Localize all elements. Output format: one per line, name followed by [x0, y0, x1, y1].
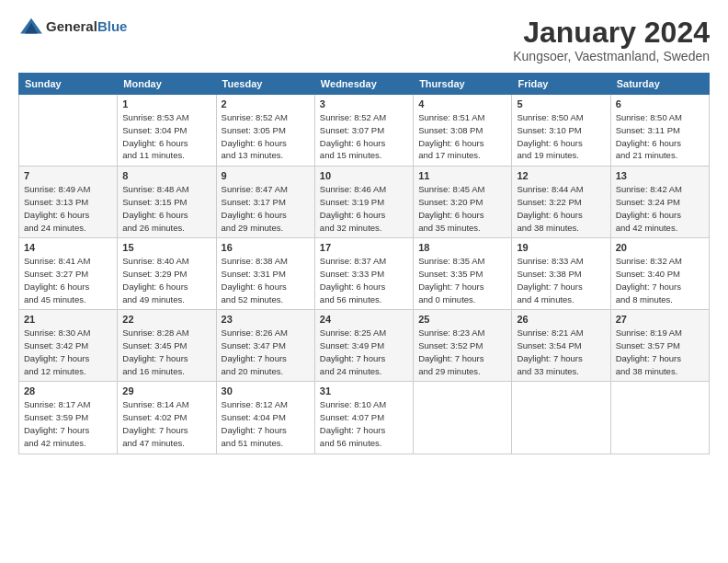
- day-number: 5: [517, 98, 605, 109]
- calendar-week-row: 14 Sunrise: 8:41 AMSunset: 3:27 PMDaylig…: [19, 238, 710, 310]
- day-number: 8: [122, 170, 210, 181]
- table-row: 14 Sunrise: 8:41 AMSunset: 3:27 PMDaylig…: [19, 238, 118, 310]
- day-info: Sunrise: 8:45 AMSunset: 3:20 PMDaylight:…: [418, 183, 506, 234]
- day-info: Sunrise: 8:26 AMSunset: 3:47 PMDaylight:…: [222, 327, 310, 377]
- table-row: 15 Sunrise: 8:40 AMSunset: 3:29 PMDaylig…: [118, 238, 216, 310]
- day-number: 9: [222, 170, 310, 181]
- day-number: 20: [616, 242, 704, 253]
- table-row: 22 Sunrise: 8:28 AMSunset: 3:45 PMDaylig…: [118, 310, 216, 382]
- day-info: Sunrise: 8:52 AMSunset: 3:05 PMDaylight:…: [222, 111, 310, 162]
- day-number: 12: [517, 170, 605, 181]
- day-number: 25: [418, 314, 506, 325]
- table-row: 26 Sunrise: 8:21 AMSunset: 3:54 PMDaylig…: [512, 310, 610, 382]
- table-row: 1 Sunrise: 8:53 AMSunset: 3:04 PMDayligh…: [118, 95, 216, 167]
- day-number: 26: [517, 314, 605, 325]
- day-info: Sunrise: 8:12 AMSunset: 4:04 PMDaylight:…: [222, 398, 310, 449]
- day-number: 27: [616, 314, 704, 325]
- day-number: 23: [222, 314, 310, 325]
- table-row: 10 Sunrise: 8:46 AMSunset: 3:19 PMDaylig…: [314, 167, 413, 238]
- table-row: 8 Sunrise: 8:48 AMSunset: 3:15 PMDayligh…: [118, 167, 216, 238]
- day-info: Sunrise: 8:23 AMSunset: 3:52 PMDaylight:…: [418, 327, 506, 377]
- logo-general: General: [46, 18, 97, 34]
- day-number: 14: [24, 242, 112, 253]
- day-info: Sunrise: 8:40 AMSunset: 3:29 PMDaylight:…: [122, 255, 210, 305]
- day-number: 3: [320, 98, 408, 109]
- month-title: January 2024: [513, 17, 710, 49]
- day-info: Sunrise: 8:47 AMSunset: 3:17 PMDaylight:…: [222, 183, 310, 234]
- table-row: 16 Sunrise: 8:38 AMSunset: 3:31 PMDaylig…: [216, 238, 314, 310]
- day-info: Sunrise: 8:48 AMSunset: 3:15 PMDaylight:…: [122, 183, 210, 234]
- calendar-week-row: 21 Sunrise: 8:30 AMSunset: 3:42 PMDaylig…: [19, 310, 710, 382]
- title-section: January 2024 Kungsoer, Vaestmanland, Swe…: [513, 17, 710, 63]
- table-row: 7 Sunrise: 8:49 AMSunset: 3:13 PMDayligh…: [19, 167, 118, 238]
- table-row: 11 Sunrise: 8:45 AMSunset: 3:20 PMDaylig…: [414, 167, 512, 238]
- day-number: 24: [320, 314, 408, 325]
- table-row: 31 Sunrise: 8:10 AMSunset: 4:07 PMDaylig…: [314, 382, 413, 454]
- table-row: 21 Sunrise: 8:30 AMSunset: 3:42 PMDaylig…: [19, 310, 118, 382]
- day-info: Sunrise: 8:46 AMSunset: 3:19 PMDaylight:…: [320, 183, 408, 234]
- day-info: Sunrise: 8:30 AMSunset: 3:42 PMDaylight:…: [24, 327, 112, 377]
- day-number: 21: [24, 314, 112, 325]
- day-number: 2: [222, 98, 310, 109]
- day-info: Sunrise: 8:44 AMSunset: 3:22 PMDaylight:…: [517, 183, 605, 234]
- table-row: 19 Sunrise: 8:33 AMSunset: 3:38 PMDaylig…: [512, 238, 610, 310]
- table-row: 30 Sunrise: 8:12 AMSunset: 4:04 PMDaylig…: [216, 382, 314, 454]
- day-number: 7: [24, 170, 112, 181]
- day-info: Sunrise: 8:21 AMSunset: 3:54 PMDaylight:…: [517, 327, 605, 377]
- table-row: 25 Sunrise: 8:23 AMSunset: 3:52 PMDaylig…: [414, 310, 512, 382]
- day-info: Sunrise: 8:42 AMSunset: 3:24 PMDaylight:…: [616, 183, 704, 234]
- calendar-page: GeneralBlue January 2024 Kungsoer, Vaest…: [0, 0, 728, 563]
- day-number: 10: [320, 170, 408, 181]
- header-monday: Monday: [118, 74, 216, 95]
- weekday-header-row: Sunday Monday Tuesday Wednesday Thursday…: [19, 74, 710, 95]
- table-row: [610, 382, 709, 454]
- day-info: Sunrise: 8:10 AMSunset: 4:07 PMDaylight:…: [320, 398, 408, 449]
- table-row: 18 Sunrise: 8:35 AMSunset: 3:35 PMDaylig…: [414, 238, 512, 310]
- day-number: 28: [24, 385, 112, 396]
- table-row: [414, 382, 512, 454]
- day-info: Sunrise: 8:14 AMSunset: 4:02 PMDaylight:…: [122, 398, 210, 449]
- day-number: 1: [122, 98, 210, 109]
- day-info: Sunrise: 8:38 AMSunset: 3:31 PMDaylight:…: [222, 255, 310, 305]
- day-number: 18: [418, 242, 506, 253]
- table-row: 9 Sunrise: 8:47 AMSunset: 3:17 PMDayligh…: [216, 167, 314, 238]
- logo: GeneralBlue: [18, 17, 127, 37]
- table-row: 6 Sunrise: 8:50 AMSunset: 3:11 PMDayligh…: [610, 95, 709, 167]
- table-row: 28 Sunrise: 8:17 AMSunset: 3:59 PMDaylig…: [19, 382, 118, 454]
- day-number: 17: [320, 242, 408, 253]
- page-header: GeneralBlue January 2024 Kungsoer, Vaest…: [18, 17, 710, 63]
- table-row: 20 Sunrise: 8:32 AMSunset: 3:40 PMDaylig…: [610, 238, 709, 310]
- day-number: 22: [122, 314, 210, 325]
- day-number: 29: [122, 385, 210, 396]
- logo-blue: Blue: [97, 18, 128, 34]
- day-info: Sunrise: 8:51 AMSunset: 3:08 PMDaylight:…: [418, 111, 506, 162]
- day-info: Sunrise: 8:19 AMSunset: 3:57 PMDaylight:…: [616, 327, 704, 377]
- day-info: Sunrise: 8:53 AMSunset: 3:04 PMDaylight:…: [122, 111, 210, 162]
- header-sunday: Sunday: [19, 74, 118, 95]
- day-number: 16: [222, 242, 310, 253]
- header-friday: Friday: [512, 74, 610, 95]
- day-number: 30: [222, 385, 310, 396]
- day-info: Sunrise: 8:33 AMSunset: 3:38 PMDaylight:…: [517, 255, 605, 305]
- table-row: [512, 382, 610, 454]
- calendar-week-row: 1 Sunrise: 8:53 AMSunset: 3:04 PMDayligh…: [19, 95, 710, 167]
- day-number: 4: [418, 98, 506, 109]
- day-info: Sunrise: 8:52 AMSunset: 3:07 PMDaylight:…: [320, 111, 408, 162]
- day-number: 11: [418, 170, 506, 181]
- day-info: Sunrise: 8:37 AMSunset: 3:33 PMDaylight:…: [320, 255, 408, 305]
- day-info: Sunrise: 8:50 AMSunset: 3:11 PMDaylight:…: [616, 111, 704, 162]
- day-info: Sunrise: 8:17 AMSunset: 3:59 PMDaylight:…: [24, 398, 112, 449]
- table-row: 4 Sunrise: 8:51 AMSunset: 3:08 PMDayligh…: [414, 95, 512, 167]
- table-row: 27 Sunrise: 8:19 AMSunset: 3:57 PMDaylig…: [610, 310, 709, 382]
- table-row: 13 Sunrise: 8:42 AMSunset: 3:24 PMDaylig…: [610, 167, 709, 238]
- day-info: Sunrise: 8:49 AMSunset: 3:13 PMDaylight:…: [24, 183, 112, 234]
- day-info: Sunrise: 8:32 AMSunset: 3:40 PMDaylight:…: [616, 255, 704, 305]
- header-saturday: Saturday: [610, 74, 709, 95]
- day-number: 15: [122, 242, 210, 253]
- calendar-week-row: 28 Sunrise: 8:17 AMSunset: 3:59 PMDaylig…: [19, 382, 710, 454]
- location-title: Kungsoer, Vaestmanland, Sweden: [513, 49, 710, 63]
- table-row: 3 Sunrise: 8:52 AMSunset: 3:07 PMDayligh…: [314, 95, 413, 167]
- header-thursday: Thursday: [414, 74, 512, 95]
- logo-text: GeneralBlue: [46, 18, 127, 35]
- table-row: 23 Sunrise: 8:26 AMSunset: 3:47 PMDaylig…: [216, 310, 314, 382]
